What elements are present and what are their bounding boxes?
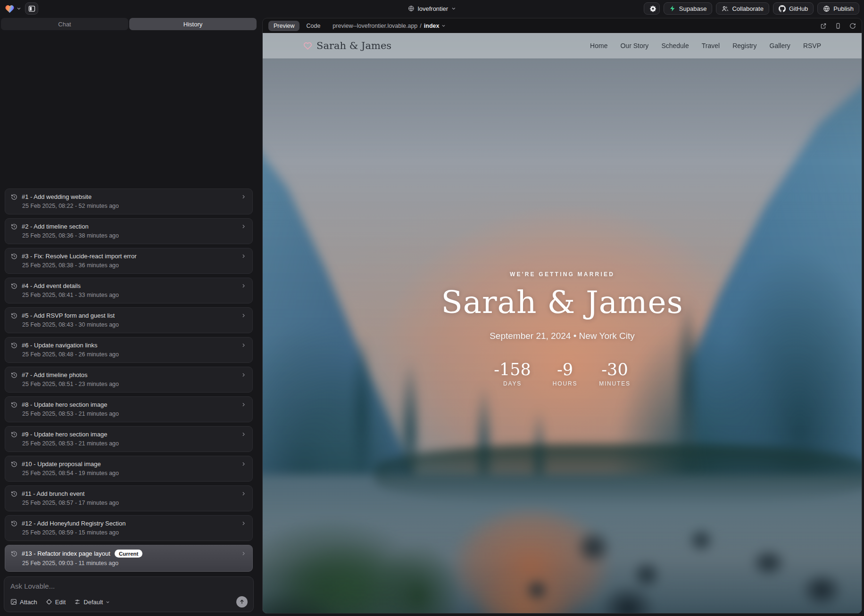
tab-chat[interactable]: Chat [1, 18, 128, 30]
app-topbar: lovefrontier Supabase Collaborate [0, 0, 864, 17]
history-icon [11, 283, 17, 289]
chevron-right-icon[interactable] [241, 194, 247, 200]
history-icon [11, 253, 17, 260]
history-icon [11, 461, 17, 468]
sidebar-tabs: Chat History [1, 18, 257, 30]
history-item[interactable]: #7 - Add timeline photos 25 Feb 2025, 08… [5, 367, 253, 393]
supabase-button[interactable]: Supabase [664, 2, 713, 15]
collaborate-label: Collaborate [732, 5, 764, 12]
preview-url[interactable]: preview--lovefrontier.lovable.app / inde… [332, 23, 446, 29]
site-nav-link[interactable]: Gallery [770, 42, 790, 49]
history-item-meta: 25 Feb 2025, 08:43 - 30 minutes ago [22, 321, 247, 328]
history-item[interactable]: #13 - Refactor index page layout Current… [5, 545, 253, 572]
chevron-down-icon [441, 24, 446, 28]
publish-button[interactable]: Publish [817, 2, 859, 15]
history-item-meta: 25 Feb 2025, 08:48 - 26 minutes ago [22, 351, 247, 358]
history-item[interactable]: #1 - Add wedding website 25 Feb 2025, 08… [5, 189, 253, 214]
url-host: preview--lovefrontier.lovable.app [332, 23, 417, 29]
sidebar-panel-icon [28, 5, 35, 12]
github-button[interactable]: GitHub [773, 2, 814, 15]
chevron-right-icon[interactable] [241, 283, 247, 289]
prompt-composer[interactable]: Ask Lovable... Attach Edit Default [4, 576, 254, 612]
chevron-right-icon[interactable] [241, 342, 247, 348]
chevron-right-icon[interactable] [241, 312, 247, 319]
publish-globe-icon [823, 5, 830, 12]
site-nav-link[interactable]: Travel [702, 42, 720, 49]
history-item[interactable]: #5 - Add RSVP form and guest list 25 Feb… [5, 307, 253, 333]
countdown-label: HOURS [553, 380, 577, 387]
history-item[interactable]: #6 - Update navigation links 25 Feb 2025… [5, 337, 253, 363]
chevron-right-icon[interactable] [241, 461, 247, 467]
tab-code[interactable]: Code [306, 23, 320, 29]
hero-eyebrow: WE'RE GETTING MARRIED [510, 271, 615, 278]
users-icon [722, 5, 729, 12]
site-nav-link[interactable]: RSVP [803, 42, 821, 49]
history-item[interactable]: #4 - Add event details 25 Feb 2025, 08:4… [5, 278, 253, 304]
chevron-right-icon[interactable] [241, 520, 247, 526]
prompt-input[interactable]: Ask Lovable... [10, 582, 248, 590]
lovable-logo-menu[interactable] [5, 4, 21, 13]
chevron-right-icon[interactable] [241, 223, 247, 230]
history-item[interactable]: #3 - Fix: Resolve Lucide-react import er… [5, 248, 253, 274]
history-item-title: #11 - Add brunch event [22, 490, 84, 497]
site-brand[interactable]: Sarah & James [303, 40, 391, 51]
history-item-title: #8 - Update hero section image [22, 401, 107, 408]
github-icon [779, 5, 786, 12]
history-icon [11, 194, 17, 200]
history-item[interactable]: #8 - Update hero section image 25 Feb 20… [5, 396, 253, 422]
chevron-right-icon[interactable] [241, 550, 247, 557]
history-icon [11, 372, 17, 378]
history-item-meta: 25 Feb 2025, 09:03 - 11 minutes ago [22, 560, 247, 567]
history-item-title: #2 - Add timeline section [22, 223, 89, 230]
toggle-sidebar-button[interactable] [25, 2, 38, 15]
chevron-right-icon[interactable] [241, 491, 247, 497]
site-brand-name: Sarah & James [316, 40, 391, 51]
history-item[interactable]: #2 - Add timeline section 25 Feb 2025, 0… [5, 218, 253, 244]
history-icon [11, 491, 17, 497]
history-icon [11, 402, 17, 408]
countdown-label: MINUTES [599, 380, 631, 387]
countdown-label: DAYS [503, 380, 522, 387]
chevron-right-icon[interactable] [241, 402, 247, 408]
attach-button[interactable]: Attach [10, 599, 37, 606]
site-nav-link[interactable]: Schedule [661, 42, 689, 49]
tab-preview[interactable]: Preview [268, 21, 299, 31]
chevron-right-icon[interactable] [241, 431, 247, 437]
project-selector[interactable]: lovefrontier [408, 0, 456, 17]
site-nav: Home Our Story Schedule Travel Registry … [590, 42, 821, 49]
project-name: lovefrontier [418, 5, 448, 12]
site-nav-link[interactable]: Registry [732, 42, 756, 49]
settings-button[interactable] [644, 2, 660, 15]
chevron-down-icon [106, 600, 110, 604]
collaborate-button[interactable]: Collaborate [716, 2, 769, 15]
chevron-right-icon[interactable] [241, 253, 247, 259]
history-item-title: #9 - Update hero section image [22, 431, 107, 438]
mode-label: Default [83, 599, 103, 606]
mode-select[interactable]: Default [74, 599, 110, 606]
history-item[interactable]: #9 - Update hero section image 25 Feb 20… [5, 426, 253, 452]
history-icon [11, 431, 17, 438]
open-external-icon[interactable] [820, 23, 827, 29]
history-item-meta: 25 Feb 2025, 08:59 - 15 minutes ago [22, 529, 247, 536]
site-nav-link[interactable]: Our Story [620, 42, 648, 49]
send-button[interactable] [236, 596, 248, 608]
mobile-view-icon[interactable] [835, 23, 841, 29]
site-nav-link[interactable]: Home [590, 42, 607, 49]
github-label: GitHub [789, 5, 808, 12]
history-icon [11, 312, 17, 319]
history-list: #1 - Add wedding website 25 Feb 2025, 08… [0, 189, 258, 575]
refresh-icon[interactable] [849, 23, 856, 29]
history-item[interactable]: #12 - Add Honeyfund Registry Section 25 … [5, 515, 253, 541]
tab-history[interactable]: History [129, 18, 257, 30]
chevron-right-icon[interactable] [241, 372, 247, 378]
history-item[interactable]: #10 - Update proposal image 25 Feb 2025,… [5, 456, 253, 482]
preview-toolbar: Preview Code preview--lovefrontier.lovab… [263, 18, 862, 33]
chevron-down-icon [17, 6, 21, 11]
edit-button[interactable]: Edit [46, 599, 66, 606]
history-item[interactable]: #11 - Add brunch event 25 Feb 2025, 08:5… [5, 485, 253, 511]
url-page: index [424, 23, 440, 29]
history-item-meta: 25 Feb 2025, 08:41 - 33 minutes ago [22, 292, 247, 298]
lovable-heart-icon [5, 4, 15, 13]
countdown-unit: -158 DAYS [494, 360, 531, 387]
history-item-title: #5 - Add RSVP form and guest list [22, 312, 115, 319]
